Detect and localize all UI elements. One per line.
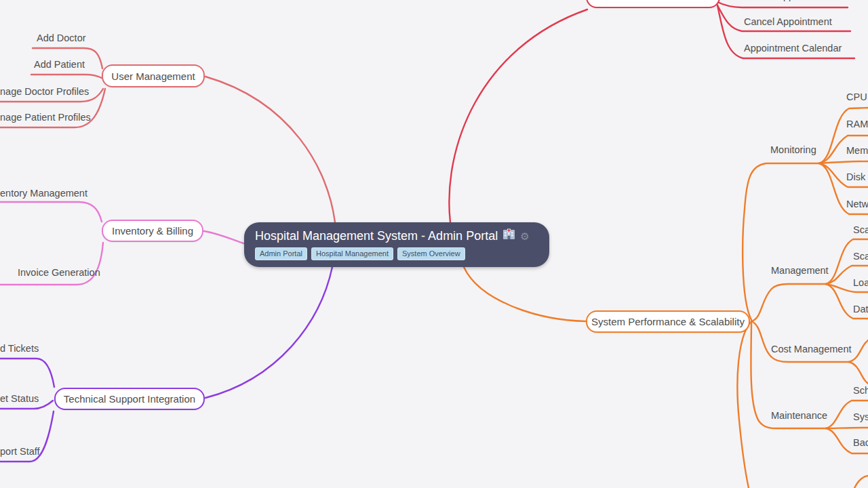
- edge-center-performance: [464, 267, 585, 321]
- leaf-appointment-calendar[interactable]: Appointment Calendar: [744, 43, 842, 54]
- edge-center-inventory: [204, 231, 245, 244]
- edge-support-tickets: [0, 359, 54, 387]
- edge-maintenance-child2: [826, 428, 868, 428]
- edge-perf-cost: [751, 321, 849, 362]
- leaf-tickets[interactable]: d Tickets: [0, 344, 39, 354]
- subtopic-cost-management[interactable]: Cost Management: [771, 344, 851, 355]
- leaf-manage-doctor-profiles[interactable]: nage Doctor Profiles: [0, 87, 89, 98]
- leaf-cancel-appointment[interactable]: Cancel Appointment: [744, 17, 832, 28]
- leaf-disk[interactable]: Disk I: [846, 172, 868, 183]
- leaf-management-child1[interactable]: Sca: [853, 225, 868, 236]
- leaf-maintenance-child2[interactable]: Sys: [853, 412, 868, 423]
- leaf-ram[interactable]: RAM U: [846, 119, 868, 130]
- node-technical-support[interactable]: Technical Support Integration: [54, 388, 205, 410]
- edge-center-support: [205, 267, 332, 398]
- tag-row: Admin Portal Hospital Management System …: [255, 247, 538, 260]
- leaf-cpu[interactable]: CPU U: [846, 92, 868, 103]
- tag-admin-portal[interactable]: Admin Portal: [255, 247, 307, 260]
- edge-cost-child-up: [849, 340, 868, 362]
- edge-cost-child-down: [849, 362, 868, 384]
- leaf-inventory-management[interactable]: entory Management: [0, 188, 87, 199]
- edge-perf-management: [751, 284, 826, 321]
- node-inventory-billing-label: Inventory & Billing: [112, 225, 193, 237]
- node-user-management[interactable]: User Management: [102, 64, 205, 87]
- node-user-management-label: User Management: [111, 70, 195, 82]
- gear-icon[interactable]: ⚙: [520, 231, 529, 241]
- leaf-invoice-generation[interactable]: Invoice Generation: [18, 268, 100, 279]
- edge-appointments-child-partial: [716, 1, 848, 7]
- edge-perf-monitoring: [743, 163, 819, 320]
- node-appointments[interactable]: [586, 0, 720, 8]
- leaf-maintenance-child3[interactable]: Bac: [853, 438, 868, 449]
- leaf-management-child4[interactable]: Dat: [853, 304, 868, 315]
- center-topic-title: Hospital Management System - Admin Porta…: [255, 229, 498, 243]
- leaf-network[interactable]: Netw: [846, 199, 868, 210]
- node-system-performance-label: System Performance & Scalability: [591, 316, 745, 327]
- edge-monitoring-memory: [819, 161, 868, 163]
- tag-hospital-management[interactable]: Hospital Management: [311, 247, 393, 260]
- leaf-memory[interactable]: Memo: [846, 146, 868, 157]
- edge-user-add-patient: [31, 75, 102, 78]
- mindmap-canvas: Hospital Management System - Admin Porta…: [0, 0, 868, 488]
- edge-inventory-management: [0, 202, 102, 222]
- hospital-icon: [502, 228, 515, 243]
- leaf-appointment-partial[interactable]: pp: [783, 0, 794, 2]
- leaf-management-child2[interactable]: Sca: [853, 251, 868, 262]
- node-technical-support-label: Technical Support Integration: [64, 393, 195, 405]
- leaf-ticket-status[interactable]: et Status: [0, 394, 39, 405]
- leaf-add-doctor[interactable]: Add Doctor: [37, 33, 86, 44]
- subtopic-maintenance[interactable]: Maintenance: [771, 411, 827, 422]
- leaf-manage-patient-profiles[interactable]: nage Patient Profiles: [0, 113, 91, 123]
- node-inventory-billing[interactable]: Inventory & Billing: [102, 220, 203, 242]
- leaf-add-patient[interactable]: Add Patient: [34, 60, 85, 70]
- edge-perf-trunk-down: [737, 323, 750, 488]
- subtopic-management[interactable]: Management: [771, 266, 829, 277]
- edge-center-appointments: [449, 9, 587, 222]
- edge-bottom-corner-arc: [854, 476, 868, 488]
- tag-system-overview[interactable]: System Overview: [397, 247, 465, 260]
- leaf-maintenance-child1[interactable]: Sch: [853, 386, 868, 396]
- subtopic-monitoring[interactable]: Monitoring: [770, 145, 816, 156]
- node-system-performance[interactable]: System Performance & Scalability: [586, 310, 750, 333]
- leaf-management-child3[interactable]: Loa: [853, 278, 868, 289]
- center-node[interactable]: Hospital Management System - Admin Porta…: [244, 222, 549, 267]
- leaf-support-staff[interactable]: port Staff: [0, 447, 40, 458]
- edge-center-user-management: [205, 77, 335, 222]
